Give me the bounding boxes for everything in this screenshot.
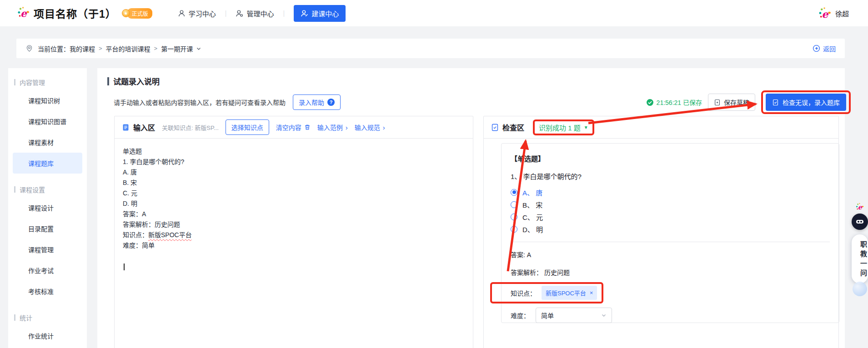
input-line: 答案：A bbox=[123, 209, 465, 219]
user-name: 徐超 bbox=[835, 9, 849, 18]
radio-selected-icon[interactable] bbox=[511, 189, 517, 196]
sidebar: 内容管理 课程知识树 课程知识图谱 课程素材 课程题库 课程设置 课程设计 目录… bbox=[8, 68, 87, 348]
assistant-widget: e 职教一问 bbox=[849, 203, 868, 296]
submit-to-bank-label: 检查无误，录入题库 bbox=[783, 98, 840, 107]
nav-item-admin-center[interactable]: 管理中心 bbox=[236, 9, 274, 18]
option-d[interactable]: D、 明 bbox=[511, 225, 830, 233]
divider bbox=[511, 242, 830, 242]
nav-item-learning-center[interactable]: 学习中心 bbox=[178, 9, 216, 18]
check-area-panel: 检查区 识别成功 1 题 ▼ 【单选题】 1、 李白是哪个朝代的? A、 唐 B… bbox=[483, 116, 839, 348]
sidebar-item-course-design[interactable]: 课程设计 bbox=[13, 197, 82, 218]
breadcrumb-item-my-courses[interactable]: 我的课程 bbox=[70, 44, 95, 53]
option-a[interactable]: A、 唐 bbox=[511, 188, 830, 196]
sidebar-item-assessment-standard[interactable]: 考核标准 bbox=[13, 281, 82, 302]
input-line: 答案解析：历史问题 bbox=[123, 219, 465, 230]
save-draft-button[interactable]: 保存草稿 bbox=[708, 94, 755, 111]
sidebar-item-homework-stats[interactable]: 作业统计 bbox=[13, 325, 82, 346]
input-line: 1. 李白是哪个朝代的? bbox=[123, 157, 465, 167]
person-icon bbox=[178, 10, 186, 17]
input-line: D. 明 bbox=[123, 199, 465, 209]
radio-icon[interactable] bbox=[511, 214, 517, 220]
sidebar-item-homework-exam[interactable]: 作业考试 bbox=[13, 260, 82, 281]
knowledge-tag[interactable]: 新版SPOC平台 × bbox=[542, 286, 597, 300]
person-gear-icon bbox=[236, 10, 243, 17]
input-line: B. 宋 bbox=[123, 178, 465, 188]
difficulty-row: 难度： 简单 bbox=[511, 308, 830, 323]
radio-icon[interactable] bbox=[511, 201, 517, 208]
difficulty-label: 难度： bbox=[511, 311, 530, 320]
sidebar-item-course-material[interactable]: 课程素材 bbox=[13, 132, 82, 153]
clear-content-button[interactable]: 清空内容 bbox=[276, 123, 311, 132]
option-b[interactable]: B、 宋 bbox=[511, 200, 830, 209]
status-dropdown-icon[interactable]: ▼ bbox=[584, 125, 588, 130]
input-line: 难度：简单 bbox=[123, 240, 465, 251]
app-logo-icon[interactable]: e bbox=[17, 6, 30, 20]
radio-icon[interactable] bbox=[511, 226, 517, 233]
input-line: 单选题 bbox=[123, 146, 465, 157]
user-menu[interactable]: e 徐超 bbox=[818, 7, 849, 20]
difficulty-select[interactable]: 简单 bbox=[536, 308, 612, 323]
recognition-status: 识别成功 1 题 bbox=[539, 123, 581, 132]
entry-help-label: 录入帮助 bbox=[299, 98, 324, 107]
version-badge: ★ 正式版 bbox=[122, 8, 152, 19]
saved-status-label: 21:56:21 已保存 bbox=[657, 98, 702, 107]
page-title-label: 试题录入说明 bbox=[113, 75, 160, 87]
chevron-down-icon[interactable] bbox=[196, 46, 201, 51]
question-type-label: 【单选题】 bbox=[511, 154, 830, 163]
submit-to-bank-button[interactable]: 检查无误，录入题库 bbox=[766, 94, 846, 111]
input-example-link[interactable]: 输入范例 › bbox=[317, 123, 348, 132]
assistant-ball-icon[interactable] bbox=[853, 282, 867, 296]
app-header: e 项目名称（于1） ★ 正式版 学习中心 | 管理中心 | 建课中心 e bbox=[0, 0, 868, 26]
select-knowledge-button[interactable]: 选择知识点 bbox=[226, 119, 269, 135]
input-area-icon bbox=[122, 124, 130, 131]
user-avatar: e bbox=[818, 7, 831, 20]
input-line: C. 元 bbox=[123, 188, 465, 199]
header-actions: 21:56:21 已保存 保存草稿 检查无误，录入题库 bbox=[646, 91, 851, 114]
option-label: B、 宋 bbox=[522, 200, 542, 209]
entry-help-button[interactable]: 录入帮助 ? bbox=[293, 94, 341, 110]
knowledge-label: 知识点： bbox=[511, 288, 536, 298]
input-standard-link[interactable]: 输入规范 › bbox=[355, 123, 385, 132]
input-textarea[interactable]: 单选题 1. 李白是哪个朝代的? A. 唐 B. 宋 C. 元 D. 明 答案：… bbox=[115, 139, 473, 348]
sidebar-item-question-bank[interactable]: 课程题库 bbox=[13, 153, 82, 174]
chevron-right-icon: › bbox=[346, 124, 348, 131]
clear-content-label: 清空内容 bbox=[276, 123, 301, 132]
nav-separator: | bbox=[225, 10, 227, 17]
check-circle-icon bbox=[646, 99, 654, 106]
description-row: 请手动输入或者粘贴内容到输入区，若有疑问可查看录入帮助 录入帮助 ? bbox=[114, 94, 341, 110]
knowledge-tag-label: 新版SPOC平台 bbox=[546, 288, 586, 297]
red-annotation-box-status: 识别成功 1 题 ▼ bbox=[533, 119, 594, 135]
section-bar bbox=[14, 314, 15, 321]
sidebar-item-knowledge-tree[interactable]: 课程知识树 bbox=[13, 90, 82, 111]
svg-text:e: e bbox=[20, 8, 27, 19]
text-cursor bbox=[124, 263, 125, 270]
save-draft-label: 保存草稿 bbox=[724, 98, 749, 107]
input-area-header: 输入区 关联知识点: 新版SP... 选择知识点 清空内容 输入范例 › 输入规… bbox=[115, 116, 473, 139]
sidebar-section-settings: 课程设置 bbox=[8, 182, 87, 197]
check-area-title: 检查区 bbox=[491, 122, 524, 133]
sidebar-item-knowledge-graph[interactable]: 课程知识图谱 bbox=[13, 111, 82, 132]
assistant-label[interactable]: 职教一问 bbox=[852, 234, 868, 283]
title-bar bbox=[107, 77, 109, 85]
sidebar-section-content: 内容管理 bbox=[8, 75, 87, 90]
breadcrumb-item-first-session[interactable]: 第一期开课 bbox=[161, 44, 193, 53]
page-title: 试题录入说明 bbox=[107, 75, 160, 87]
option-label: A、 唐 bbox=[522, 188, 542, 197]
difficulty-value: 简单 bbox=[541, 311, 554, 320]
svg-text:e: e bbox=[822, 8, 829, 20]
back-button[interactable]: 返回 bbox=[813, 44, 836, 53]
nav-separator: | bbox=[283, 10, 285, 17]
answer-row: 答案: A bbox=[511, 250, 830, 259]
breadcrumb-item-training-course[interactable]: 平台的培训课程 bbox=[106, 44, 151, 53]
robot-assistant-icon[interactable] bbox=[852, 214, 868, 230]
sidebar-item-catalog-config[interactable]: 目录配置 bbox=[13, 218, 82, 239]
sidebar-item-course-manage[interactable]: 课程管理 bbox=[13, 239, 82, 260]
version-badge-label: 正式版 bbox=[127, 8, 152, 19]
document-plus-icon bbox=[714, 99, 721, 106]
input-standard-label: 输入规范 bbox=[355, 123, 380, 132]
input-line-knowledge: 知识点：新版SPOC平台 bbox=[123, 230, 465, 240]
tag-close-icon[interactable]: × bbox=[590, 290, 593, 296]
section-bar bbox=[14, 186, 15, 193]
nav-item-course-builder[interactable]: 建课中心 bbox=[294, 5, 346, 22]
option-c[interactable]: C、 元 bbox=[511, 213, 830, 221]
